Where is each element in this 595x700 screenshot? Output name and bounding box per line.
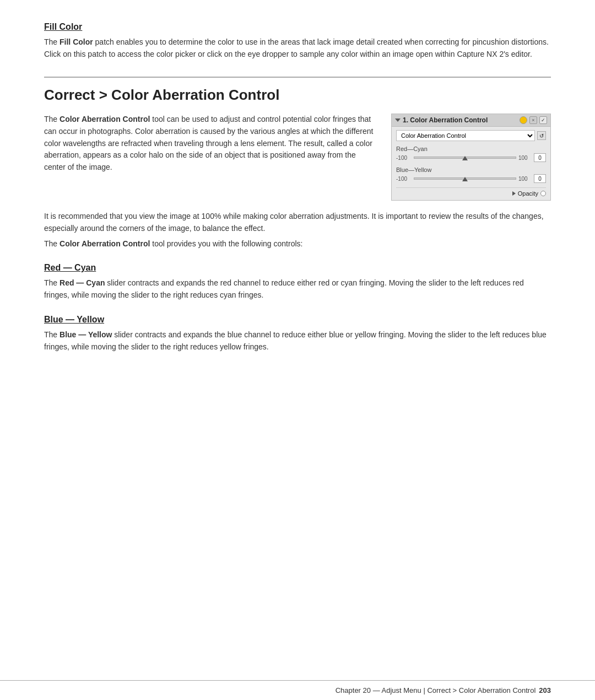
red-cyan-track[interactable]	[414, 157, 516, 159]
blue-yellow-slider-section: Blue—Yellow -100 100 0	[396, 166, 546, 183]
blue-yellow-description: The Blue — Yellow slider contracts and e…	[44, 329, 551, 353]
footer-text: Chapter 20 — Adjust Menu | Correct > Col…	[336, 686, 536, 694]
red-cyan-min: -100	[396, 155, 412, 161]
blue-yellow-heading: Blue — Yellow	[44, 315, 551, 325]
widget-check-btn[interactable]: ✓	[539, 116, 547, 124]
page-footer: Chapter 20 — Adjust Menu | Correct > Col…	[0, 680, 595, 700]
footer-page-number: 203	[539, 686, 551, 694]
blue-yellow-value[interactable]: 0	[534, 174, 546, 183]
tool-note: The Color Aberration Control tool provid…	[44, 238, 551, 250]
blue-yellow-track[interactable]	[414, 177, 516, 180]
widget-circle-btn[interactable]	[520, 116, 527, 124]
blue-yellow-label: Blue—Yellow	[396, 166, 546, 173]
color-aberration-widget: 1. Color Aberration Control × ✓ Color Ab…	[391, 114, 551, 201]
section-heading: Correct > Color Aberration Control	[44, 77, 551, 104]
widget-close-btn[interactable]: ×	[529, 116, 537, 124]
recommendation-text: It is recommended that you view the imag…	[44, 211, 551, 234]
blue-yellow-min: -100	[396, 176, 412, 182]
widget-refresh-btn[interactable]: ↺	[537, 131, 546, 140]
red-cyan-thumb[interactable]	[462, 156, 468, 160]
widget-dropdown-row: Color Aberration Control ↺	[396, 130, 546, 141]
collapse-triangle-icon[interactable]	[395, 119, 401, 122]
widget-title-text: 1. Color Aberration Control	[403, 116, 488, 124]
intro-text: The Color Aberration Control tool can be…	[44, 114, 375, 201]
widget-title-bar: 1. Color Aberration Control × ✓	[392, 114, 550, 127]
red-cyan-label: Red—Cyan	[396, 146, 546, 152]
opacity-label: Opacity	[518, 190, 538, 197]
opacity-expand-icon[interactable]	[512, 191, 516, 196]
red-cyan-heading: Red — Cyan	[44, 263, 551, 273]
widget-controls: × ✓	[520, 116, 547, 124]
red-cyan-max: 100	[518, 155, 532, 161]
red-cyan-slider-row: -100 100 0	[396, 153, 546, 162]
red-cyan-description: The Red — Cyan slider contracts and expa…	[44, 277, 551, 301]
widget-body: Color Aberration Control ↺ Red—Cyan -100…	[392, 127, 550, 200]
red-cyan-value[interactable]: 0	[534, 153, 546, 162]
blue-yellow-max: 100	[518, 176, 532, 182]
fill-color-description: The Fill Color patch enables you to dete…	[44, 36, 551, 60]
opacity-radio[interactable]	[540, 191, 546, 196]
blue-yellow-slider-row: -100 100 0	[396, 174, 546, 183]
blue-yellow-thumb[interactable]	[462, 177, 468, 181]
fill-color-heading: Fill Color	[44, 22, 551, 32]
widget-title-left: 1. Color Aberration Control	[395, 116, 488, 124]
red-cyan-slider-section: Red—Cyan -100 100 0	[396, 146, 546, 162]
color-aberration-dropdown[interactable]: Color Aberration Control	[396, 130, 535, 141]
widget-opacity-row: Opacity	[396, 187, 546, 197]
